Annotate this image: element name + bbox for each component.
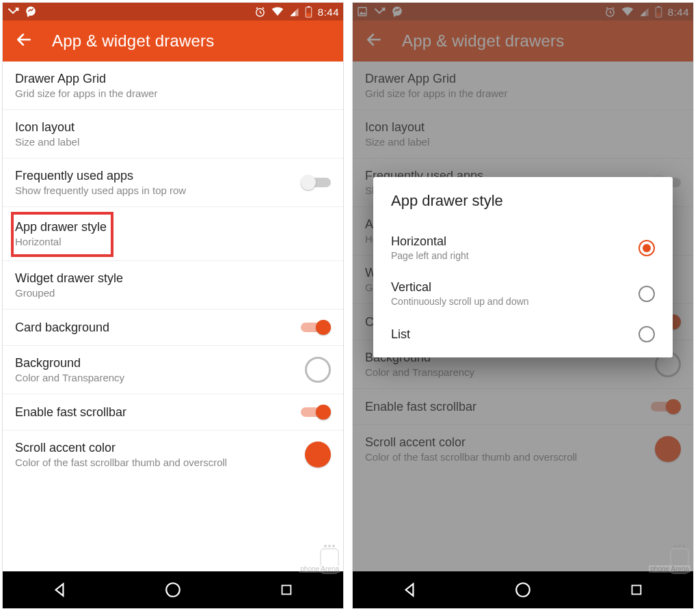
option-title: Horizontal [391,234,638,249]
setting-sub: Grid size for apps in the drawer [15,87,331,99]
setting-title: Background [15,356,298,370]
setting-title: Scroll accent color [15,441,298,455]
watermark: phone Arena [670,545,689,574]
setting-sub: Color of the fast scrollbar thumb and ov… [15,457,298,468]
battery-icon [655,6,662,18]
setting-app-drawer-style[interactable]: App drawer style Horizontal [3,207,343,261]
nav-back-button[interactable] [47,578,72,602]
status-bar: 8:44 [3,3,343,21]
setting-icon-layout[interactable]: Icon layout Size and label [3,110,343,159]
wifi-icon [621,7,634,16]
setting-enable-fast-scrollbar[interactable]: Enable fast scrollbar [3,394,343,431]
phone-right: 8:44 App & widget drawers Drawer App Gri… [352,2,694,609]
svg-rect-4 [306,13,311,16]
settings-list: Drawer App Grid Grid size for apps in th… [3,62,343,470]
nav-back-button[interactable] [397,578,422,602]
setting-widget-drawer-style[interactable]: Widget drawer style Grouped [3,261,343,310]
toggle-fast-scrollbar[interactable] [651,399,681,414]
nav-recent-button[interactable] [624,578,649,602]
svg-point-13 [516,583,530,597]
back-button[interactable] [365,31,383,51]
setting-icon-layout[interactable]: Icon layout Size and label [353,110,693,159]
alarm-icon [254,6,266,18]
setting-card-background[interactable]: Card background [3,310,343,346]
setting-sub: Color and Transparency [365,366,648,378]
color-swatch-scroll-accent[interactable] [305,442,331,467]
radio-horizontal[interactable] [638,240,655,256]
highlight-rectangle: App drawer style Horizontal [11,212,113,257]
option-title: Vertical [391,280,638,295]
setting-drawer-app-grid[interactable]: Drawer App Grid Grid size for apps in th… [3,62,343,110]
setting-title: Drawer App Grid [15,72,331,86]
setting-title: Card background [15,321,294,335]
setting-sub: Size and label [15,136,331,148]
wifi-icon [271,7,284,16]
nav-bar [3,571,343,608]
setting-sub: Grouped [15,287,331,299]
dialog-option-list[interactable]: List [391,316,655,352]
appbar-title: App & widget drawers [52,31,214,51]
status-bar: 8:44 [353,3,693,21]
setting-sub: Show frequently used apps in top row [15,185,294,196]
option-title: List [391,327,638,342]
dialog-title: App drawer style [391,192,655,210]
setting-title: Icon layout [15,120,331,135]
setting-title: Icon layout [365,120,681,135]
color-swatch-background[interactable] [305,357,331,383]
cell-signal-icon [289,7,299,17]
toggle-card-background[interactable] [301,320,331,335]
back-button[interactable] [15,31,33,51]
setting-scroll-accent-color[interactable]: Scroll accent color Color of the fast sc… [3,431,343,470]
setting-frequently-used[interactable]: Frequently used apps Show frequently use… [3,159,343,207]
svg-rect-14 [632,586,641,595]
app-bar: App & widget drawers [3,21,343,62]
image-icon [357,6,368,17]
svg-rect-11 [658,6,660,8]
battery-icon [305,6,312,18]
setting-sub: Color and Transparency [15,372,298,383]
toggle-fast-scrollbar[interactable] [301,405,331,420]
setting-scroll-accent-color[interactable]: Scroll accent color Color of the fast sc… [353,425,693,464]
svg-rect-7 [358,8,366,16]
radio-vertical[interactable] [638,286,655,302]
option-sub: Continuously scroll up and down [391,296,638,307]
status-time: 8:44 [668,6,689,18]
setting-title: Enable fast scrollbar [15,405,294,420]
setting-title: Scroll accent color [365,435,648,450]
alarm-icon [604,6,616,18]
missed-call-icon [7,7,19,16]
missed-call-icon [373,7,386,16]
setting-sub: Size and label [365,136,681,148]
app-bar: App & widget drawers [353,21,693,62]
toggle-frequently-used[interactable] [301,175,331,190]
svg-rect-12 [656,13,661,16]
color-swatch-scroll-accent[interactable] [655,436,681,462]
setting-sub: Horizontal [15,236,107,247]
messenger-icon [25,5,37,18]
setting-background[interactable]: Background Color and Transparency [3,346,343,394]
dialog-app-drawer-style: App drawer style Horizontal Page left an… [373,177,673,357]
setting-title: App drawer style [15,220,107,234]
setting-title: Frequently used apps [15,169,294,183]
nav-recent-button[interactable] [274,578,299,602]
svg-rect-3 [308,6,310,8]
setting-sub: Grid size for apps in the drawer [365,87,681,99]
cell-signal-icon [639,7,649,17]
dialog-option-vertical[interactable]: Vertical Continuously scroll up and down [391,271,655,316]
radio-list[interactable] [638,326,655,342]
setting-enable-fast-scrollbar[interactable]: Enable fast scrollbar [353,389,693,425]
status-time: 8:44 [318,6,339,18]
nav-home-button[interactable] [511,578,535,602]
setting-sub: Color of the fast scrollbar thumb and ov… [365,451,648,463]
svg-point-5 [166,583,180,597]
nav-home-button[interactable] [161,578,185,602]
nav-bar [353,571,693,608]
watermark: phone Arena [320,545,339,574]
svg-rect-6 [282,586,291,595]
setting-drawer-app-grid[interactable]: Drawer App Grid Grid size for apps in th… [353,62,693,110]
phone-left: 8:44 App & widget drawers Drawer App Gri… [2,2,344,609]
option-sub: Page left and right [391,250,638,261]
dialog-option-horizontal[interactable]: Horizontal Page left and right [391,225,655,271]
setting-title: Widget drawer style [15,271,331,286]
messenger-icon [391,5,403,18]
